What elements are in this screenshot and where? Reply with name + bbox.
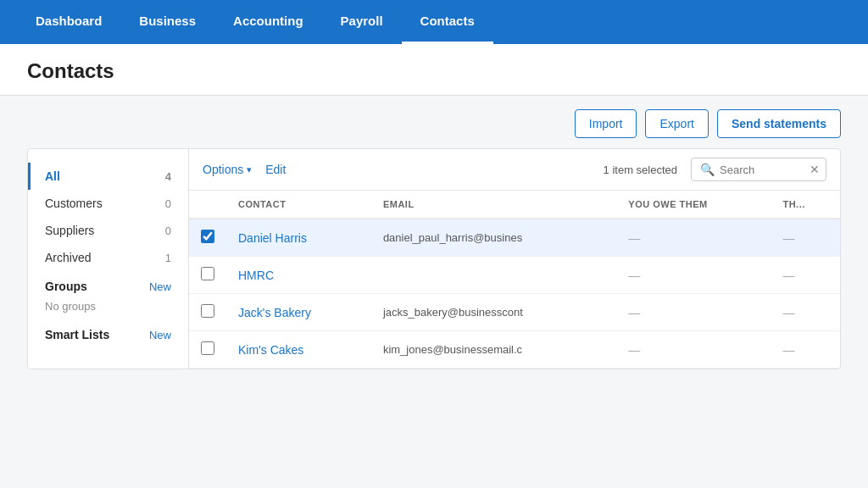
export-button[interactable]: Export xyxy=(645,109,708,138)
search-box: 🔍 ✕ xyxy=(691,158,826,181)
sidebar-item-suppliers-label: Suppliers xyxy=(45,224,94,237)
sidebar-item-customers[interactable]: Customers 0 xyxy=(28,190,188,217)
sidebar-groups-empty: No groups xyxy=(28,297,188,319)
options-button[interactable]: Options xyxy=(203,163,252,176)
they-owe-2: — xyxy=(771,257,840,294)
sidebar-item-all-count: 4 xyxy=(165,170,171,183)
table-header-you-owe-them: YOU OWE THEM xyxy=(616,191,771,219)
nav-item-contacts[interactable]: Contacts xyxy=(402,0,493,44)
contact-email-2 xyxy=(371,257,616,294)
you-owe-them-1: — xyxy=(616,219,771,257)
table-row: Kim's Cakeskim_jones@businessemail.c—— xyxy=(189,331,840,369)
sidebar-item-customers-label: Customers xyxy=(45,197,103,210)
contact-email-1: daniel_paul_harris@busines xyxy=(371,219,616,257)
sidebar-groups-new[interactable]: New xyxy=(149,280,171,293)
table-header-row: CONTACT EMAIL YOU OWE THEM TH... xyxy=(189,191,840,219)
nav-item-business[interactable]: Business xyxy=(120,0,214,44)
row-checkbox-2[interactable] xyxy=(201,267,214,280)
contact-email-4: kim_jones@businessemail.c xyxy=(371,331,616,369)
sidebar-item-all-label: All xyxy=(45,169,60,183)
sidebar-item-customers-count: 0 xyxy=(165,197,171,210)
table-row: Jack's Bakeryjacks_bakery@businesscont—— xyxy=(189,294,840,331)
you-owe-them-2: — xyxy=(616,257,771,294)
they-owe-1: — xyxy=(771,219,840,257)
content-area: Import Export Send statements All 4 Cust… xyxy=(0,96,868,383)
table-toolbar-right: 1 item selected 🔍 ✕ xyxy=(604,158,826,181)
contacts-sidebar: All 4 Customers 0 Suppliers 0 Archived 1… xyxy=(28,149,189,369)
sidebar-item-suppliers[interactable]: Suppliers 0 xyxy=(28,217,188,244)
you-owe-them-4: — xyxy=(616,331,771,369)
table-header-email: EMAIL xyxy=(371,191,616,219)
page-title: Contacts xyxy=(27,59,841,83)
table-area: Options Edit 1 item selected 🔍 ✕ xyxy=(189,149,840,369)
they-owe-3: — xyxy=(771,294,840,331)
send-statements-button[interactable]: Send statements xyxy=(717,109,841,138)
you-owe-them-3: — xyxy=(616,294,771,331)
main-body: All 4 Customers 0 Suppliers 0 Archived 1… xyxy=(27,148,841,369)
sidebar-section-smart-lists: Smart Lists New xyxy=(28,319,188,345)
sidebar-section-groups: Groups New xyxy=(28,271,188,297)
contact-name-1[interactable]: Daniel Harris xyxy=(238,231,307,245)
sidebar-item-all[interactable]: All 4 xyxy=(28,163,188,190)
contact-name-4[interactable]: Kim's Cakes xyxy=(238,343,303,357)
selected-count: 1 item selected xyxy=(604,164,677,176)
import-button[interactable]: Import xyxy=(575,109,637,138)
top-navigation: Dashboard Business Accounting Payroll Co… xyxy=(0,0,868,44)
nav-item-payroll[interactable]: Payroll xyxy=(322,0,402,44)
row-checkbox-1[interactable] xyxy=(201,230,214,243)
row-checkbox-4[interactable] xyxy=(201,341,214,355)
table-header-contact: CONTACT xyxy=(226,191,371,219)
nav-item-dashboard[interactable]: Dashboard xyxy=(17,0,120,44)
row-checkbox-3[interactable] xyxy=(201,304,214,318)
sidebar-groups-label: Groups xyxy=(45,280,87,293)
sidebar-item-archived-count: 1 xyxy=(165,252,171,264)
search-input[interactable] xyxy=(720,164,804,176)
table-row: HMRC—— xyxy=(189,257,840,294)
table-row: Daniel Harrisdaniel_paul_harris@busines—… xyxy=(189,219,840,257)
sidebar-item-suppliers-count: 0 xyxy=(165,225,171,237)
contacts-table-wrap: CONTACT EMAIL YOU OWE THEM TH... Daniel … xyxy=(189,191,840,369)
table-header-they-owe: TH... xyxy=(771,191,840,219)
contact-name-2[interactable]: HMRC xyxy=(238,269,274,282)
nav-item-accounting[interactable]: Accounting xyxy=(214,0,322,44)
close-icon[interactable]: ✕ xyxy=(810,163,820,176)
table-toolbar: Options Edit 1 item selected 🔍 ✕ xyxy=(189,149,840,191)
search-icon: 🔍 xyxy=(700,163,715,176)
table-header-checkbox xyxy=(189,191,226,219)
contacts-table: CONTACT EMAIL YOU OWE THEM TH... Daniel … xyxy=(189,191,840,369)
contact-email-3: jacks_bakery@businesscont xyxy=(371,294,616,331)
sidebar-item-archived-label: Archived xyxy=(45,251,91,264)
page-header: Contacts xyxy=(0,44,868,96)
they-owe-4: — xyxy=(771,331,840,369)
table-toolbar-left: Options Edit xyxy=(203,163,286,176)
sidebar-smart-lists-new[interactable]: New xyxy=(149,329,171,341)
action-toolbar: Import Export Send statements xyxy=(27,109,841,138)
sidebar-item-archived[interactable]: Archived 1 xyxy=(28,244,188,271)
edit-button[interactable]: Edit xyxy=(265,163,286,176)
contact-name-3[interactable]: Jack's Bakery xyxy=(238,306,311,319)
sidebar-smart-lists-label: Smart Lists xyxy=(45,328,109,341)
